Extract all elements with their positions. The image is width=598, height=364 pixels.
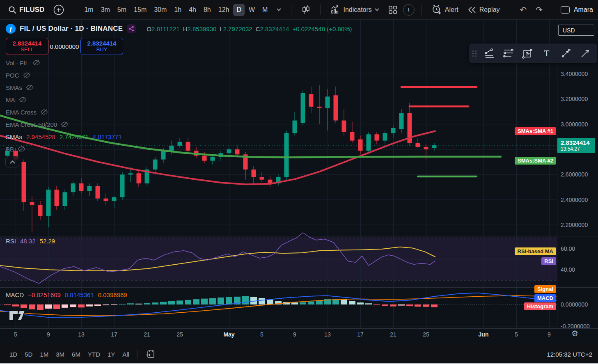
redo-button[interactable]: ↷	[532, 3, 546, 16]
layout-grid-button[interactable]	[385, 3, 401, 17]
ohlc-readout: O2.8111221 H2.8539930 L2.7972032 C2.8324…	[147, 25, 352, 32]
spread-value: 0.0000000	[48, 43, 80, 50]
timeframe-button[interactable]: 8h	[200, 4, 214, 16]
candles-icon	[301, 5, 310, 15]
legend-row[interactable]: MA	[6, 94, 122, 106]
eye-off-icon[interactable]	[19, 97, 27, 103]
range-button[interactable]: 6M	[68, 348, 84, 360]
axis-label: 5	[515, 331, 518, 338]
legend-row[interactable]: POC	[6, 69, 122, 81]
time-axis-settings-gear-icon[interactable]: ⚙	[571, 329, 578, 338]
compare-add-button[interactable]	[50, 2, 67, 18]
arrow-marker-tool[interactable]	[558, 46, 575, 61]
axis-label: 21	[144, 331, 150, 338]
chevron-down-icon	[375, 8, 379, 11]
candle	[227, 149, 231, 153]
timeframe-button[interactable]: W	[245, 4, 258, 16]
timeframe-button[interactable]: 4h	[186, 4, 199, 16]
timeframe-button[interactable]: 1h	[171, 4, 185, 16]
symbol-title[interactable]: FIL / US Dollar · 1D · BINANCE	[20, 25, 123, 33]
legend-row[interactable]: SMAs	[6, 81, 122, 94]
arrow-tool[interactable]	[577, 46, 594, 61]
candle	[350, 132, 355, 140]
timeframe-button[interactable]: 12h	[215, 4, 233, 16]
macd-histogram-bar	[144, 303, 150, 304]
rsi-axis-badge: RSI	[541, 257, 556, 265]
horizontal-lines-tool[interactable]	[499, 46, 516, 61]
axis-label: May	[223, 331, 234, 338]
go-to-date-button[interactable]	[142, 346, 159, 362]
chart-legend-header[interactable]: ƒ FIL / US Dollar · 1D · BINANCE O2.8111…	[6, 24, 352, 34]
timeframe-button[interactable]: 1m	[81, 4, 96, 16]
timeframe-button[interactable]: 30m	[151, 4, 170, 16]
trend-line-tool[interactable]	[480, 46, 497, 61]
macd-histogram-bar	[53, 304, 60, 309]
timeframe-button[interactable]: 5m	[114, 4, 130, 16]
eye-off-icon[interactable]	[32, 60, 40, 66]
range-button[interactable]: 5D	[21, 348, 36, 360]
session-clock[interactable]: 12:05:32 UTC+2	[547, 351, 593, 358]
range-button[interactable]: 3M	[52, 348, 68, 360]
timeframe-button[interactable]: M	[259, 4, 271, 16]
macd-histogram-bar	[37, 304, 44, 310]
eye-off-icon[interactable]	[23, 72, 31, 78]
axis-label: 3.4000000	[561, 71, 588, 77]
candle	[96, 186, 100, 199]
eye-off-icon[interactable]	[26, 85, 34, 90]
currency-selector[interactable]: USD	[558, 25, 594, 36]
legend-row[interactable]: EMA Cross 50/200	[6, 118, 122, 130]
candle	[79, 183, 84, 191]
timeframe-button[interactable]: D	[233, 4, 245, 16]
candle	[153, 160, 158, 170]
legend-collapse-button[interactable]	[5, 156, 19, 167]
eye-off-icon[interactable]	[61, 121, 69, 127]
macd-histogram-bar	[209, 298, 216, 304]
legend-row-bb[interactable]: BB	[6, 143, 122, 155]
buy-button[interactable]: 2.8324414 BUY	[80, 38, 123, 55]
rsi-label: RSI	[6, 238, 16, 245]
legend-row[interactable]: Vol · FIL	[6, 57, 122, 69]
sell-button[interactable]: 2.8324414 SELL	[6, 38, 48, 55]
timeframe-menu-button[interactable]	[273, 6, 284, 14]
legend-row-label: SMAs	[6, 84, 22, 91]
macd-histogram-bar	[135, 304, 142, 304]
chart-style-button[interactable]	[298, 2, 314, 17]
range-button[interactable]: All	[119, 348, 133, 360]
macd-histogram-bar	[242, 296, 249, 304]
share-icon[interactable]	[127, 24, 136, 33]
candle	[128, 173, 133, 174]
user-name[interactable]: Amara	[574, 6, 593, 14]
indicators-button[interactable]: Indicators	[327, 3, 382, 17]
macd-histogram-bar	[168, 301, 175, 304]
text-tool[interactable]: T	[538, 46, 555, 61]
alert-button[interactable]: Alert	[428, 2, 462, 18]
candle	[186, 142, 190, 151]
timeframe-button[interactable]: 3m	[98, 4, 113, 16]
template-t-badge[interactable]: T	[403, 4, 415, 16]
macd-histogram-bar	[29, 304, 35, 309]
macd-legend-row[interactable]: MACD −0.0251609 0.0145361 0.0396969	[6, 291, 127, 298]
range-button[interactable]: 1Y	[104, 348, 119, 360]
replay-button[interactable]: Replay	[464, 3, 503, 16]
eye-off-icon[interactable]	[18, 146, 25, 152]
undo-button[interactable]: ↶	[517, 3, 530, 16]
symbol-search-button[interactable]: FILUSD	[5, 3, 48, 16]
candle	[202, 156, 207, 160]
smas-values-row[interactable]: SMAs 2.9454528 2.7424671 4.0173771	[6, 130, 122, 143]
fullscreen-icon[interactable]	[561, 6, 570, 14]
macd-histogram-bar	[308, 301, 314, 304]
range-button[interactable]: 1D	[6, 348, 21, 360]
macd-histogram-bar	[70, 304, 76, 307]
tradingview-logo[interactable]	[8, 309, 27, 322]
eye-off-icon[interactable]	[40, 109, 48, 115]
candle	[38, 205, 43, 216]
timeframe-button[interactable]: 15m	[131, 4, 150, 16]
rsi-legend-row[interactable]: RSI 48.32 52.29	[6, 238, 55, 245]
projection-box-tool[interactable]	[519, 46, 536, 61]
range-button[interactable]: YTD	[84, 348, 104, 360]
range-button[interactable]: 1M	[36, 348, 52, 360]
drag-handle[interactable]	[472, 50, 477, 57]
axis-label: 2.4000000	[561, 197, 588, 203]
legend-row[interactable]: EMA Cross	[6, 106, 122, 118]
sma3-value: 4.0173771	[93, 133, 122, 140]
